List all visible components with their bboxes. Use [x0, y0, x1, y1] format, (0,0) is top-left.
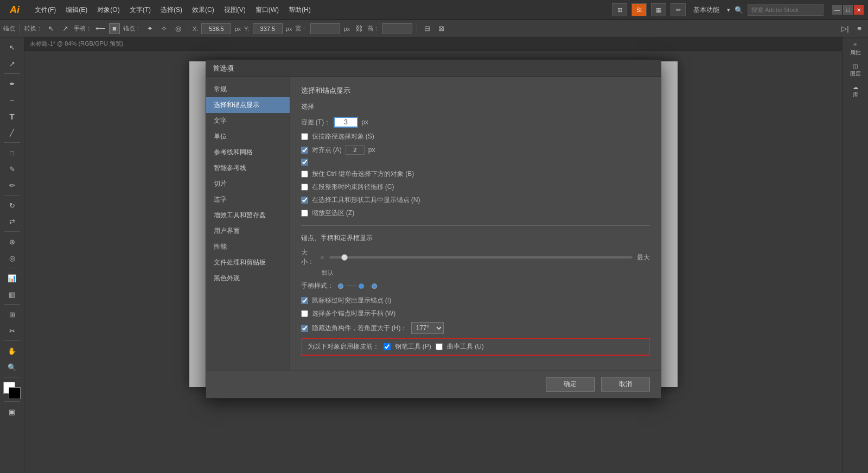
anchor-icon3[interactable]: ◎: [173, 23, 183, 34]
line-tool[interactable]: ╱: [3, 125, 21, 140]
slice-tool[interactable]: ✂: [3, 323, 21, 338]
tool-sep4: [4, 231, 20, 232]
handle-icon2[interactable]: ■: [109, 23, 120, 34]
toolbar-right-icon1[interactable]: ▷|: [840, 23, 851, 34]
pencil-tool[interactable]: ✏: [3, 178, 21, 193]
select-tool[interactable]: ↖: [3, 40, 21, 55]
handle-option-1[interactable]: [338, 283, 364, 289]
checkbox-ctrl-click[interactable]: [301, 159, 308, 166]
checkbox-eraser-curve[interactable]: [436, 343, 443, 350]
close-button[interactable]: ✕: [854, 5, 864, 15]
sidebar-item-smart-guides[interactable]: 智能参考线: [206, 160, 290, 176]
minimize-button[interactable]: —: [832, 5, 842, 15]
tolerance-input[interactable]: [334, 117, 358, 128]
tool-sep3: [4, 195, 20, 195]
text-tool[interactable]: T: [3, 109, 21, 124]
sidebar-item-hyphen[interactable]: 连字: [206, 192, 290, 207]
st-icon[interactable]: St: [631, 3, 647, 16]
sidebar-item-slices[interactable]: 切片: [206, 176, 290, 192]
width-input[interactable]: [310, 23, 340, 34]
layers-panel-item[interactable]: ◫ 图层: [845, 61, 866, 80]
arrange-icons[interactable]: ⊞: [612, 3, 627, 16]
cancel-button[interactable]: 取消: [601, 377, 650, 392]
transform-icon1[interactable]: ↖: [46, 23, 56, 34]
sidebar-item-guides[interactable]: 参考线和网格: [206, 144, 290, 160]
anchor-icon1[interactable]: ✦: [144, 23, 155, 34]
y-input[interactable]: [253, 23, 283, 34]
sidebar-item-general[interactable]: 常规: [206, 81, 290, 97]
size-slider-thumb[interactable]: [341, 254, 348, 261]
workspace-chevron[interactable]: ▾: [727, 7, 730, 14]
direct-select-tool[interactable]: ↗: [3, 56, 21, 71]
angle-select[interactable]: 177° 135° 90°: [411, 322, 444, 334]
menu-file[interactable]: 文件(F): [30, 3, 60, 17]
sidebar-item-text[interactable]: 文字: [206, 113, 290, 129]
rotate-tool[interactable]: ↻: [3, 198, 21, 213]
checkbox-snap-point[interactable]: [301, 147, 308, 154]
toolbar-right-icon2[interactable]: ≡: [854, 23, 865, 34]
background-color[interactable]: [9, 387, 21, 399]
menu-object[interactable]: 对象(O): [93, 3, 124, 17]
hide-corners-label: 隐藏边角构件，若角度大于 (H)：: [312, 324, 407, 333]
screen-mode[interactable]: ▣: [3, 404, 21, 419]
warp-tool[interactable]: ◎: [3, 250, 21, 266]
checkbox-select-path[interactable]: [301, 133, 308, 140]
artboard-tool[interactable]: ⊞: [3, 307, 21, 322]
checkbox-zoom-selection[interactable]: [301, 197, 308, 204]
anchor-icon2[interactable]: ✧: [158, 23, 169, 34]
properties-icon: ≡: [854, 42, 857, 48]
mirror-tool[interactable]: ⇄: [3, 214, 21, 229]
align-icon[interactable]: ⊟: [422, 23, 432, 34]
rect-tool[interactable]: □: [3, 145, 21, 160]
hand-tool[interactable]: ✋: [3, 343, 21, 358]
width-tool[interactable]: ⊕: [3, 234, 21, 249]
checkbox-highlight-anchor[interactable]: [301, 297, 308, 304]
graph-tool[interactable]: 📊: [3, 270, 21, 286]
sidebar-item-selection[interactable]: 选择和锚点显示: [206, 97, 290, 113]
zoom-tool[interactable]: 🔍: [3, 360, 21, 375]
checkbox-move-locked[interactable]: [301, 210, 308, 217]
sidebar-item-units[interactable]: 单位: [206, 129, 290, 144]
stock-search-input[interactable]: [748, 4, 824, 16]
handle-icon1[interactable]: ⟵: [95, 23, 106, 34]
sidebar-item-file-handling[interactable]: 文件处理和剪贴板: [206, 255, 290, 270]
x-input[interactable]: [201, 23, 231, 34]
menu-edit[interactable]: 编辑(E): [61, 3, 92, 17]
checkbox-constrain[interactable]: [301, 171, 308, 178]
checkbox-hide-corners[interactable]: [301, 325, 308, 332]
sidebar-item-black[interactable]: 黑色外观: [206, 270, 290, 286]
snap-point-input[interactable]: [346, 145, 365, 155]
check-row-4: 按住 Ctrl 键单击选择下方的对象 (B): [301, 169, 650, 179]
pen-tool[interactable]: ✒: [3, 76, 21, 91]
checkbox-snap-point-label: 对齐点 (A): [312, 146, 342, 155]
paint-brush-tool[interactable]: ✎: [3, 161, 21, 176]
checkbox-show-anchors[interactable]: [301, 184, 308, 191]
libraries-panel-item[interactable]: ☁ 库: [845, 82, 866, 101]
ok-button[interactable]: 确定: [546, 377, 595, 392]
checkbox-move-locked-label: 缩放至选区 (Z): [312, 209, 355, 218]
distribute-icon[interactable]: ⊠: [436, 23, 446, 34]
curve-tool[interactable]: ~: [3, 92, 21, 108]
properties-panel-item[interactable]: ≡ 属性: [845, 40, 866, 59]
menu-select[interactable]: 选择(S): [156, 3, 187, 17]
eraser-curve-label: 曲率工具 (U): [447, 342, 484, 351]
sidebar-item-performance[interactable]: 性能: [206, 239, 290, 255]
handle-option-2[interactable]: [372, 283, 377, 289]
link-icon[interactable]: ⛓: [353, 23, 364, 34]
brush-icon[interactable]: ✏: [671, 3, 686, 16]
menu-view[interactable]: 视图(V): [220, 3, 250, 17]
checkbox-show-handles[interactable]: [301, 310, 308, 317]
maximize-button[interactable]: □: [843, 5, 853, 15]
transform-icon2[interactable]: ↗: [60, 23, 71, 34]
sidebar-item-plugins[interactable]: 增效工具和暂存盘: [206, 207, 290, 223]
menu-effect[interactable]: 效果(C): [188, 3, 219, 17]
column-tool[interactable]: ▥: [3, 287, 21, 302]
checkbox-eraser-pen[interactable]: [384, 343, 391, 350]
menu-help[interactable]: 帮助(H): [284, 3, 315, 17]
size-slider-track[interactable]: [329, 256, 632, 258]
grid-icon[interactable]: ▦: [651, 3, 666, 16]
menu-window[interactable]: 窗口(W): [251, 3, 283, 17]
menu-text[interactable]: 文字(T): [125, 3, 155, 17]
sidebar-item-ui[interactable]: 用户界面: [206, 223, 290, 239]
height-input[interactable]: [382, 23, 412, 34]
